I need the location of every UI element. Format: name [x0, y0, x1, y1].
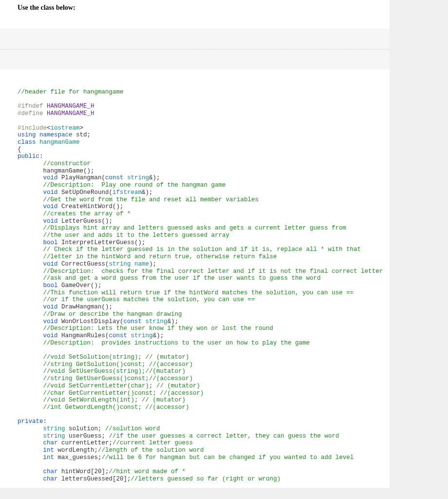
- code-identifier: hangmanGame();: [43, 168, 94, 174]
- code-type: char: [43, 476, 58, 482]
- code-identifier: max_guesses;: [58, 454, 102, 461]
- code-comment: //letters guessed so far (right or wrong…: [131, 476, 281, 482]
- code-keyword: using: [18, 132, 36, 138]
- code-keyword: void: [43, 203, 58, 210]
- code-comment: //Description: Play one round of the han…: [43, 182, 226, 189]
- code-punc: &);: [168, 318, 179, 325]
- code-comment: //void SetCurrentLetter(char); // (mutat…: [43, 383, 201, 389]
- code-comment: //or if the userGuess matches the soluti…: [43, 296, 255, 303]
- code-type: string: [109, 261, 131, 268]
- section-gap: [0, 50, 390, 69]
- code-comment: //string GetSolution()const; //(accessor…: [43, 361, 193, 368]
- code-block: //header file for hangmangame #ifndef HA…: [18, 89, 372, 483]
- code-identifier: DrawHangman();: [61, 304, 112, 310]
- code-type: string: [43, 425, 65, 432]
- code-punc: <: [47, 125, 51, 132]
- code-type: string: [131, 332, 153, 339]
- code-preproc: #ifndef: [18, 103, 43, 110]
- code-keyword: void: [43, 174, 58, 181]
- code-keyword: void: [43, 261, 58, 268]
- code-param: name: [134, 261, 149, 268]
- code-identifier: std: [76, 132, 87, 138]
- code-preproc: #include: [18, 125, 47, 132]
- code-comment: //will be 6 for hangman but can be chang…: [102, 454, 354, 461]
- code-comment: //void SetWordLength(int); // (mutator): [43, 397, 186, 403]
- code-punc: :: [39, 153, 43, 160]
- code-identifier: LetterGuess();: [61, 218, 112, 225]
- section-divider: [0, 30, 390, 50]
- code-type: char: [43, 440, 58, 446]
- code-macro: HANGMANGAME_H: [47, 103, 94, 110]
- code-macro: HANGMANGAME_H: [47, 110, 94, 117]
- code-type: char: [43, 468, 58, 475]
- code-keyword: void: [43, 332, 58, 339]
- code-keyword: void: [43, 218, 58, 225]
- code-punc: ;: [87, 132, 91, 138]
- code-card: //header file for hangmangame #ifndef HA…: [0, 69, 390, 488]
- code-comment: // Check if the letter guessed is in the…: [43, 246, 361, 253]
- code-comment: //header file for hangmangame: [18, 89, 124, 96]
- code-comment: //letter in the hintWord and return true…: [43, 253, 277, 260]
- code-comment: //Draw or describe the hangman drawing: [43, 311, 182, 318]
- code-comment: //This function will return true if the …: [43, 289, 354, 296]
- code-type: int: [43, 447, 55, 454]
- code-punc: &);: [149, 174, 160, 181]
- code-type: ifstream: [112, 189, 142, 196]
- code-keyword: void: [43, 304, 58, 310]
- code-identifier: SetUpOneRound(: [61, 189, 112, 196]
- code-comment: //solution word: [105, 425, 160, 432]
- code-keyword: private: [18, 418, 43, 425]
- code-identifier: HangmanRules(: [61, 332, 109, 339]
- code-identifier: GameOver();: [61, 282, 102, 289]
- code-identifier: CorrectGuess(: [61, 261, 109, 268]
- code-type: string: [146, 318, 168, 325]
- code-identifier: solution;: [69, 425, 102, 432]
- code-identifier: hintWord[20];: [61, 468, 109, 475]
- code-comment: //current letter guess: [112, 440, 193, 446]
- code-comment: //length of the solution word: [98, 447, 204, 454]
- code-identifier: userGuess;: [69, 433, 105, 440]
- code-punc: &);: [142, 189, 153, 196]
- code-keyword: void: [43, 318, 58, 325]
- code-identifier: WonOrLostDisplay(: [61, 318, 124, 325]
- code-punc: :: [43, 418, 47, 425]
- code-comment: //Displays hint array and letters guesse…: [43, 225, 347, 231]
- code-punc: >: [80, 125, 84, 132]
- code-comment: //Description: Lets the user know if the…: [43, 325, 274, 332]
- question-prompt: Use the class below:: [18, 4, 372, 12]
- code-comment: //string GetUserGuess()const;//(accessor…: [43, 375, 193, 382]
- code-keyword: const: [109, 332, 128, 339]
- code-keyword: const: [105, 174, 124, 181]
- code-comment: //void SetSolution(string); // (mutator): [43, 354, 189, 361]
- code-comment: //Description: checks for the final corr…: [43, 268, 383, 275]
- code-keyword: public: [18, 153, 39, 160]
- code-punc: &);: [153, 332, 164, 339]
- code-keyword: const: [124, 318, 142, 325]
- code-type: int: [43, 454, 55, 461]
- code-keyword: void: [43, 189, 58, 196]
- code-punc: );: [149, 261, 156, 268]
- question-card: Use the class below:: [0, 0, 390, 30]
- code-identifier: PlayHangman(: [61, 174, 105, 181]
- code-keyword: bool: [43, 282, 58, 289]
- code-preproc: #define: [18, 110, 43, 117]
- code-identifier: currentLetter;: [61, 440, 112, 446]
- code-keyword: class: [18, 139, 36, 146]
- code-comment: //the user and adds it to the letters gu…: [43, 232, 230, 239]
- code-identifier: CreateHintWord();: [61, 203, 124, 210]
- page-container: Use the class below: //header file for h…: [0, 0, 390, 488]
- code-keyword: bool: [43, 239, 58, 246]
- code-identifier: InterpretLetterGuess();: [61, 239, 146, 246]
- code-comment: //Description: provides instructions to …: [43, 340, 310, 346]
- code-identifier: wordLength;: [58, 447, 98, 454]
- code-keyword: namespace: [39, 132, 73, 138]
- code-comment: //void SetUserGuess(string);//(mutator): [43, 368, 186, 375]
- code-comment: //constructor: [43, 160, 91, 167]
- code-comment: //char GetCurrentLetter()const; //(acces…: [43, 390, 204, 397]
- code-type: string: [127, 174, 149, 181]
- code-punc: {: [18, 146, 21, 153]
- code-include-name: iostream: [51, 125, 80, 132]
- code-comment: //creates the array of *: [43, 211, 131, 217]
- code-comment: //ask and get a word guess from the user…: [43, 275, 321, 282]
- code-identifier: lettersGuessed[20];: [61, 476, 131, 482]
